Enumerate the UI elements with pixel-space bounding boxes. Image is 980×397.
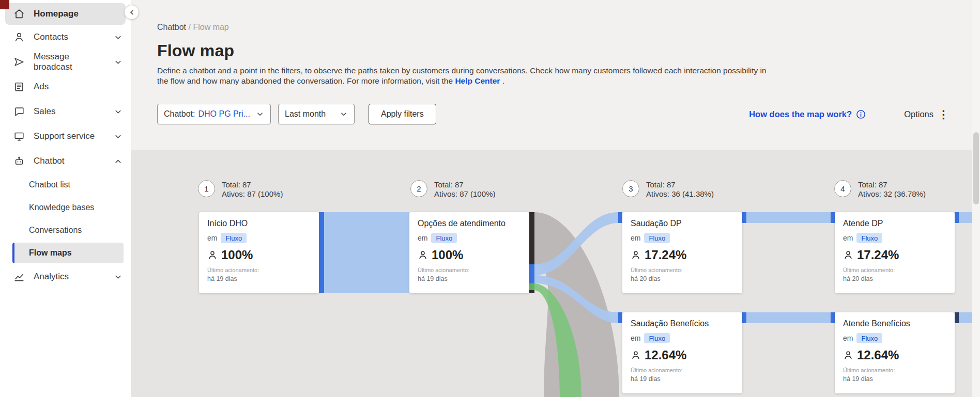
flow-card-percent: 12.64% — [645, 348, 686, 362]
flow-entry-saudacao-dp — [618, 212, 622, 223]
chatbot-select[interactable]: Chatbot: DHO PG Pri... — [157, 104, 271, 124]
kebab-menu-icon: ⋮ — [938, 109, 949, 120]
flow-card-em: em — [631, 234, 640, 242]
last-trigger-label: Último acionamento: — [631, 367, 734, 373]
description-line-1: Define a chatbot and a point in the filt… — [157, 66, 767, 76]
sidebar-item-ads[interactable]: Ads — [0, 74, 131, 99]
flow-column-header-3: 3 Total: 87 Ativos: 36 (41.38%) — [622, 180, 714, 199]
column-active: Ativos: 87 (100%) — [222, 189, 283, 199]
chevron-left-icon — [128, 9, 135, 16]
sidebar-item-conversations[interactable]: Conversations — [0, 219, 131, 242]
chevron-down-icon — [335, 110, 348, 118]
flow-card-opcoes-atendimento[interactable]: Opções de atendimento em Fluxo 100% Últi… — [409, 212, 529, 293]
chevron-down-icon — [114, 33, 122, 42]
flow-card-title: Saudação DP — [631, 219, 734, 228]
sidebar-item-label: Analytics — [34, 272, 69, 282]
chatbot-select-label: Chatbot: — [164, 109, 195, 119]
flow-entry-saudacao-beneficios — [618, 312, 622, 323]
person-icon — [843, 250, 853, 260]
period-select-value: Last month — [285, 109, 326, 119]
sidebar-item-label: Contacts — [34, 32, 68, 42]
sidebar-item-contacts[interactable]: Contacts — [0, 25, 131, 50]
flow-card-em: em — [418, 234, 427, 242]
how-map-works-link[interactable]: How does the map work? — [749, 109, 866, 119]
fluxo-badge: Fluxo — [431, 233, 457, 243]
sidebar-collapse-button[interactable] — [124, 5, 139, 20]
flow-card-percent: 100% — [221, 248, 253, 262]
breadcrumb-chatbot[interactable]: Chatbot — [157, 23, 186, 31]
flow-card-saudacao-beneficios[interactable]: Saudação Benefícios em Fluxo 12.64% Últi… — [622, 312, 742, 393]
last-trigger-value: há 19 dias — [631, 375, 734, 383]
flow-card-percent: 17.24% — [645, 248, 686, 262]
chatbot-select-value: DHO PG Pri... — [198, 109, 250, 119]
filters-right-group: How does the map work? Options ⋮ — [749, 109, 949, 120]
flow-exit-saudacao-dp — [742, 212, 746, 223]
sidebar-item-message-broadcast[interactable]: Message broadcast — [0, 50, 131, 74]
flow-ribbon-saudacao-atende-dp — [746, 212, 831, 223]
fluxo-badge: Fluxo — [221, 233, 247, 243]
last-trigger-label: Último acionamento: — [843, 367, 946, 373]
scrollbar-track[interactable] — [972, 0, 980, 397]
flow-card-title: Atende Benefícios — [843, 319, 946, 328]
last-trigger-label: Último acionamento: — [418, 267, 521, 273]
sidebar-item-chatbot-list[interactable]: Chatbot list — [0, 173, 131, 196]
sidebar-item-sales[interactable]: Sales — [0, 99, 131, 124]
sidebar-item-flow-maps[interactable]: Flow maps — [12, 243, 124, 263]
flow-card-title: Início DHO — [207, 219, 311, 228]
sidebar-item-analytics[interactable]: Analytics — [0, 264, 131, 289]
chevron-down-icon — [114, 273, 122, 281]
flow-column-header-1: 1 Total: 87 Ativos: 87 (100%) — [198, 180, 283, 199]
options-menu[interactable]: Options ⋮ — [904, 109, 949, 120]
flow-card-percent: 17.24% — [857, 248, 899, 262]
flow-column-header-2: 2 Total: 87 Ativos: 87 (100%) — [410, 180, 495, 199]
column-number-badge: 3 — [622, 180, 639, 197]
sub-item-label: Knowledge bases — [29, 203, 94, 212]
column-active: Ativos: 87 (100%) — [434, 189, 495, 199]
flow-card-atende-dp[interactable]: Atende DP em Fluxo 17.24% Último acionam… — [835, 212, 955, 293]
last-trigger-value: há 19 dias — [843, 375, 946, 383]
sidebar-item-chatbot[interactable]: Chatbot — [0, 149, 131, 173]
person-icon — [843, 350, 853, 360]
sidebar-item-label: Homepage — [34, 9, 79, 19]
how-map-works-label: How does the map work? — [749, 109, 852, 119]
flow-card-title: Saudação Benefícios — [631, 319, 734, 328]
sub-item-label: Chatbot list — [29, 180, 70, 189]
person-icon — [13, 31, 25, 43]
last-trigger-value: há 19 dias — [418, 275, 521, 282]
flow-entry-atende-dp — [831, 212, 835, 223]
breadcrumb: Chatbot / Flow map — [157, 23, 229, 32]
flow-bar-col2-blue — [529, 264, 534, 283]
person-icon — [418, 250, 428, 260]
sidebar-item-homepage[interactable]: Homepage — [5, 3, 126, 25]
sidebar-item-label: Chatbot — [34, 156, 65, 166]
flow-ribbon-atende-dp-next — [959, 212, 972, 223]
period-select[interactable]: Last month — [278, 104, 355, 124]
flow-exit-saudacao-beneficios — [742, 312, 746, 323]
scrollbar-thumb[interactable] — [973, 132, 979, 204]
flow-card-saudacao-dp[interactable]: Saudação DP em Fluxo 17.24% Último acion… — [622, 212, 742, 293]
sidebar-item-support-service[interactable]: Support service — [0, 124, 131, 149]
fluxo-badge: Fluxo — [856, 333, 882, 343]
flow-card-title: Opções de atendimento — [418, 219, 521, 228]
column-active: Ativos: 36 (41.38%) — [646, 189, 714, 199]
description-line-2-text: the flow and how many abandoned the conv… — [157, 76, 453, 85]
help-center-link[interactable]: Help Center — [455, 76, 500, 85]
apply-filters-button[interactable]: Apply filters — [369, 104, 436, 124]
sidebar-item-label: Support service — [34, 131, 95, 141]
flow-card-em: em — [843, 234, 853, 242]
last-trigger-label: Último acionamento: — [631, 267, 734, 273]
sub-item-label: Flow maps — [29, 248, 72, 258]
column-number-badge: 4 — [834, 180, 851, 197]
person-icon — [207, 250, 218, 260]
line-chart-icon — [13, 271, 25, 282]
flow-card-inicio-dho[interactable]: Início DHO em Fluxo 100% Último acioname… — [199, 212, 319, 293]
flow-card-atende-beneficios[interactable]: Atende Benefícios em Fluxo 12.64% Último… — [835, 312, 955, 393]
flow-map-canvas[interactable]: 1 Total: 87 Ativos: 87 (100%) 2 Total: 8… — [131, 150, 980, 397]
chatbot-submenu: Chatbot list Knowledge bases Conversatio… — [0, 173, 131, 263]
sidebar-item-label: Ads — [34, 82, 49, 92]
column-number-badge: 2 — [410, 180, 427, 197]
sidebar-item-knowledge-bases[interactable]: Knowledge bases — [0, 196, 131, 219]
document-icon — [13, 81, 25, 92]
description-line-2: the flow and how many abandoned the conv… — [157, 76, 767, 86]
flow-card-em: em — [843, 334, 853, 342]
